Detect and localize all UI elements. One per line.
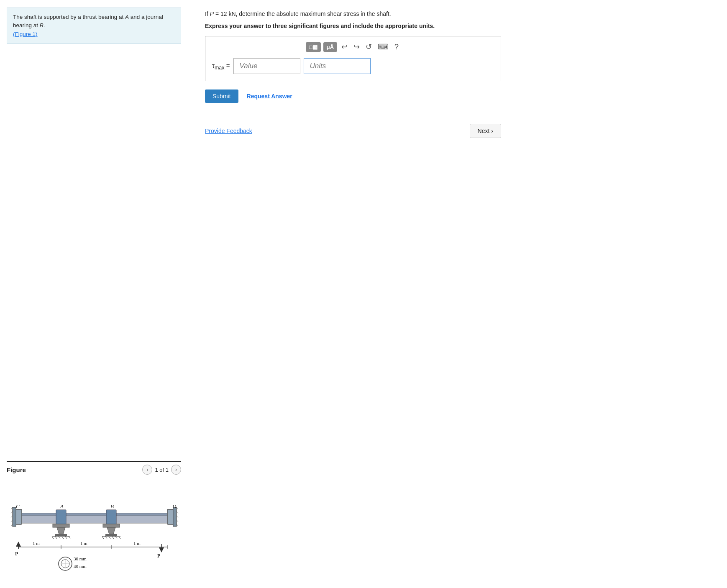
svg-line-25 bbox=[59, 537, 60, 539]
request-answer-link[interactable]: Request Answer bbox=[247, 93, 292, 100]
svg-text:40 mm: 40 mm bbox=[74, 564, 87, 569]
help-button[interactable]: ? bbox=[393, 42, 400, 52]
svg-text:P: P bbox=[157, 553, 160, 559]
svg-line-15 bbox=[177, 516, 178, 518]
svg-line-7 bbox=[11, 516, 13, 518]
units-input[interactable] bbox=[304, 58, 371, 74]
svg-line-26 bbox=[62, 537, 64, 539]
svg-text:1 m: 1 m bbox=[80, 541, 87, 546]
svg-line-8 bbox=[11, 520, 13, 522]
figure-link[interactable]: (Figure 1) bbox=[13, 31, 38, 37]
mu-icon: μÅ bbox=[327, 44, 334, 50]
matrix-icon: □▩ bbox=[309, 44, 317, 50]
svg-text:A: A bbox=[60, 503, 64, 509]
info-text: The shaft is supported by a thrust beari… bbox=[13, 14, 125, 20]
svg-rect-18 bbox=[56, 510, 66, 525]
info-text3: . bbox=[44, 22, 45, 28]
refresh-button[interactable]: ↺ bbox=[364, 41, 374, 52]
problem-statement: If P = 12 kN, determine the absolute max… bbox=[205, 9, 501, 18]
figure-prev-button[interactable]: ‹ bbox=[142, 465, 152, 475]
svg-line-28 bbox=[69, 537, 70, 539]
svg-marker-20 bbox=[57, 527, 65, 534]
svg-line-39 bbox=[119, 537, 120, 539]
svg-line-38 bbox=[115, 537, 117, 539]
tau-label: τmax = bbox=[212, 62, 230, 71]
right-panel: If P = 12 kN, determine the absolute max… bbox=[188, 0, 518, 588]
svg-line-5 bbox=[11, 507, 13, 509]
answer-box: □▩ μÅ ↩ ↪ ↺ ⌨ ? τmax = bbox=[205, 36, 501, 81]
svg-rect-19 bbox=[53, 524, 69, 527]
info-box: The shaft is supported by a thrust beari… bbox=[7, 8, 181, 44]
next-chevron-icon: › bbox=[491, 128, 493, 134]
next-button[interactable]: Next › bbox=[470, 124, 501, 138]
figure-diagram: C A B D P 1 m 1 bbox=[7, 478, 181, 588]
svg-line-14 bbox=[177, 511, 178, 514]
svg-rect-3 bbox=[13, 507, 16, 527]
svg-text:1 m: 1 m bbox=[133, 541, 141, 546]
figure-header: Figure ‹ 1 of 1 › bbox=[7, 465, 181, 475]
submit-button[interactable]: Submit bbox=[205, 89, 238, 103]
toolbar: □▩ μÅ ↩ ↪ ↺ ⌨ ? bbox=[212, 41, 494, 52]
bottom-row: Provide Feedback Next › bbox=[205, 124, 501, 138]
value-input[interactable] bbox=[233, 58, 300, 74]
figure-nav-controls: ‹ 1 of 1 › bbox=[142, 465, 181, 475]
svg-rect-1 bbox=[19, 513, 170, 516]
svg-line-37 bbox=[112, 537, 114, 539]
provide-feedback-link[interactable]: Provide Feedback bbox=[205, 128, 252, 134]
svg-text:1 m: 1 m bbox=[33, 541, 40, 546]
figure-page-indicator: 1 of 1 bbox=[155, 467, 169, 473]
svg-text:C: C bbox=[16, 503, 20, 509]
express-line: Express your answer to three significant… bbox=[205, 23, 501, 29]
redo-button[interactable]: ↪ bbox=[352, 41, 361, 52]
svg-rect-0 bbox=[19, 516, 170, 523]
svg-line-6 bbox=[11, 511, 13, 514]
figure-title: Figure bbox=[7, 466, 26, 473]
svg-line-17 bbox=[177, 524, 178, 526]
keyboard-button[interactable]: ⌨ bbox=[376, 41, 390, 52]
svg-line-36 bbox=[109, 537, 110, 539]
shaft-diagram-svg: C A B D P 1 m 1 bbox=[7, 482, 182, 578]
svg-rect-29 bbox=[106, 510, 116, 525]
svg-rect-11 bbox=[173, 507, 177, 527]
svg-rect-30 bbox=[103, 524, 120, 527]
matrix-button[interactable]: □▩ bbox=[306, 42, 321, 52]
left-panel: The shaft is supported by a thrust beari… bbox=[0, 0, 188, 588]
answer-row: τmax = bbox=[212, 58, 494, 74]
svg-text:D: D bbox=[172, 503, 177, 509]
svg-text:30 mm: 30 mm bbox=[74, 556, 87, 561]
svg-text:P: P bbox=[15, 551, 18, 557]
figure-section: Figure ‹ 1 of 1 › bbox=[7, 461, 181, 588]
svg-marker-31 bbox=[107, 527, 115, 534]
svg-text:B: B bbox=[110, 503, 114, 509]
svg-line-24 bbox=[55, 537, 57, 539]
svg-line-16 bbox=[177, 520, 178, 522]
submit-row: Submit Request Answer bbox=[205, 89, 501, 103]
svg-line-13 bbox=[177, 507, 178, 509]
undo-button[interactable]: ↩ bbox=[340, 41, 349, 52]
point-a: A bbox=[125, 14, 129, 20]
svg-line-23 bbox=[52, 537, 54, 539]
point-b: B bbox=[40, 22, 44, 28]
svg-line-35 bbox=[105, 537, 107, 539]
mu-button[interactable]: μÅ bbox=[323, 42, 337, 52]
svg-line-27 bbox=[65, 537, 67, 539]
figure-next-button[interactable]: › bbox=[171, 465, 181, 475]
svg-line-9 bbox=[11, 524, 13, 526]
svg-line-34 bbox=[102, 537, 104, 539]
next-label: Next bbox=[478, 128, 490, 134]
